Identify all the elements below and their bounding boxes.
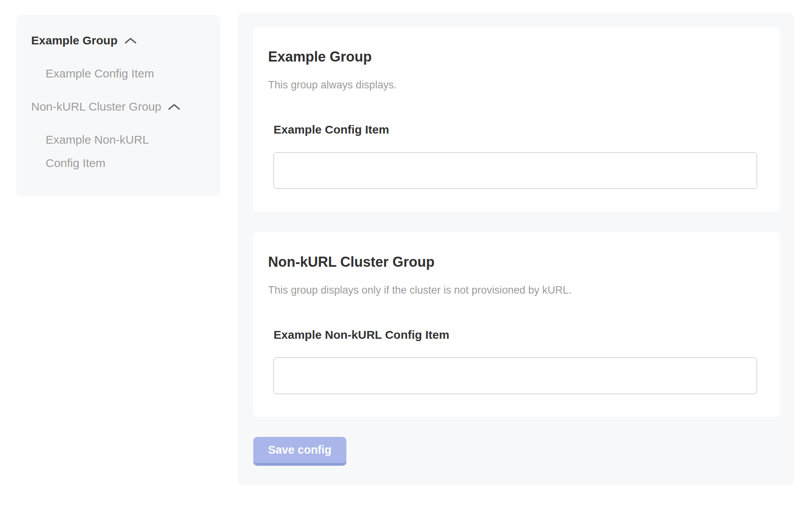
- example-config-item-input[interactable]: [274, 152, 757, 189]
- config-item: Example Config Item: [274, 123, 757, 189]
- sidebar-group-label: Non-kURL Cluster Group: [31, 95, 161, 118]
- sidebar-group-label: Example Group: [31, 29, 118, 52]
- group-title: Non-kURL Cluster Group: [268, 254, 757, 270]
- config-content: Example Group This group always displays…: [238, 13, 794, 485]
- sidebar-item-example-non-kurl-config-item[interactable]: Example Non-kURL Config Item: [46, 128, 182, 175]
- example-non-kurl-config-item-input[interactable]: [274, 357, 757, 394]
- group-title: Example Group: [268, 49, 757, 65]
- chevron-up-icon: [168, 104, 180, 110]
- sidebar-group-non-kurl-cluster-group[interactable]: Non-kURL Cluster Group: [31, 95, 208, 118]
- config-page: Example Group Example Config Item Non-kU…: [0, 0, 812, 507]
- config-group-card-example-group: Example Group This group always displays…: [253, 27, 780, 211]
- chevron-up-icon: [125, 37, 136, 44]
- group-description: This group displays only if the cluster …: [268, 284, 757, 296]
- sidebar-item-example-config-item[interactable]: Example Config Item: [46, 62, 208, 85]
- config-item-label: Example Config Item: [274, 123, 757, 137]
- config-item-label: Example Non-kURL Config Item: [274, 328, 757, 342]
- config-group-card-non-kurl-cluster-group: Non-kURL Cluster Group This group displa…: [253, 232, 780, 417]
- config-item: Example Non-kURL Config Item: [274, 328, 757, 394]
- group-description: This group always displays.: [268, 79, 757, 91]
- save-config-button[interactable]: Save config: [253, 437, 346, 466]
- config-nav-sidebar: Example Group Example Config Item Non-kU…: [16, 15, 220, 196]
- sidebar-group-example-group[interactable]: Example Group: [31, 29, 208, 52]
